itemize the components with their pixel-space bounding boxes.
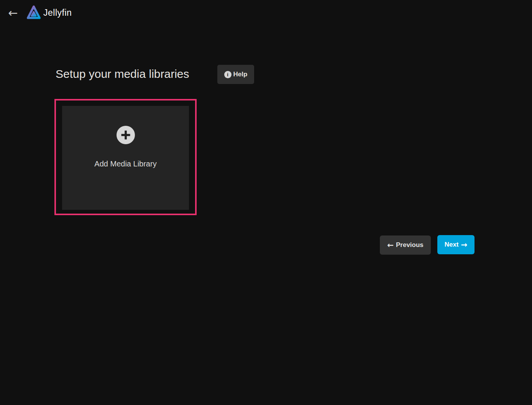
add-media-library-label: Add Media Library xyxy=(94,160,156,168)
setup-wizard-screen: ← Jellyfin Setup your media libraries i … xyxy=(0,0,532,405)
help-button[interactable]: i Help xyxy=(217,65,254,84)
previous-button[interactable]: ← Previous xyxy=(380,235,431,255)
plus-icon xyxy=(117,126,135,144)
next-button[interactable]: Next → xyxy=(437,235,475,254)
help-button-label: Help xyxy=(233,71,248,78)
jellyfin-logo-icon xyxy=(26,4,41,22)
arrow-left-icon: ← xyxy=(8,6,18,20)
back-button[interactable]: ← xyxy=(5,5,21,21)
next-button-label: Next xyxy=(445,241,459,249)
add-media-library-card[interactable]: Add Media Library xyxy=(62,106,189,210)
focus-highlight-outline: Add Media Library xyxy=(54,99,197,215)
arrow-left-icon: ← xyxy=(387,241,394,249)
previous-button-label: Previous xyxy=(396,241,424,249)
info-icon: i xyxy=(224,71,232,78)
arrow-right-icon: → xyxy=(461,241,468,249)
app-title: Jellyfin xyxy=(43,8,72,18)
page-title: Setup your media libraries xyxy=(56,68,189,81)
